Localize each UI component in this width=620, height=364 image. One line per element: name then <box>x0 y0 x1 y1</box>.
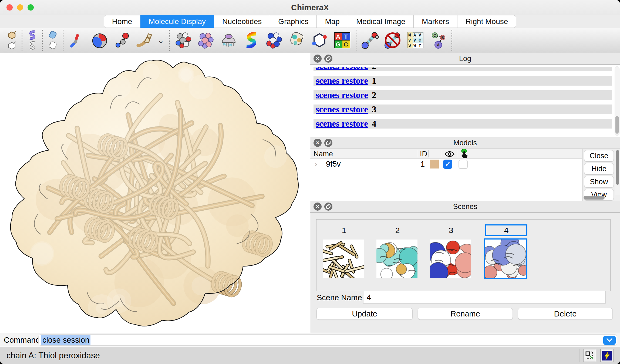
show-hbonds-icon[interactable] <box>361 32 379 49</box>
resize-graphics-button[interactable] <box>583 349 596 362</box>
tab-medical-image[interactable]: Medical Image <box>348 15 414 28</box>
scene-update-button[interactable]: Update <box>316 308 413 320</box>
tab-markers[interactable]: Markers <box>414 15 457 28</box>
color-rainbow-icon[interactable] <box>243 32 260 49</box>
scenes-panel-title: Scenes <box>310 203 620 211</box>
status-bar: chain A: Thiol peroxidase <box>0 347 620 364</box>
lightning-bolt-icon <box>602 350 612 361</box>
scenes-close-icon[interactable]: ✕ <box>314 203 322 211</box>
model-hide-button[interactable]: Hide <box>584 163 614 174</box>
svg-text:T: T <box>344 33 348 40</box>
model-show-button[interactable]: Show <box>584 176 614 187</box>
tab-right-mouse[interactable]: Right Mouse <box>457 15 516 28</box>
chevron-down-icon <box>606 338 612 342</box>
ball-and-stick-style-icon[interactable] <box>114 32 131 49</box>
color-hydrophobicity-icon[interactable] <box>288 32 305 49</box>
svg-text:C: C <box>433 33 436 38</box>
graphics-viewport[interactable] <box>0 53 310 333</box>
svg-text:A: A <box>336 33 340 40</box>
nucleotides-style-icon[interactable] <box>136 32 154 49</box>
log-entry: scenes restore2 <box>314 90 612 100</box>
log-command-link[interactable]: scenes restore <box>316 67 368 71</box>
command-label: Command: <box>4 336 42 345</box>
log-command-link[interactable]: scenes restore <box>316 119 368 129</box>
stick-style-icon[interactable] <box>68 32 86 49</box>
models-vertical-scrollbar[interactable] <box>615 150 620 195</box>
log-command-link[interactable]: scenes restore <box>316 90 368 100</box>
hide-cartoons-icon[interactable] <box>27 41 37 50</box>
log-entry: scenes restore1 <box>314 76 612 86</box>
color-heteroatom-icon[interactable] <box>175 32 192 49</box>
svg-text:C: C <box>419 38 421 43</box>
column-name: Name <box>314 150 333 158</box>
log-undock-icon[interactable] <box>324 55 332 63</box>
show-atoms-icon[interactable] <box>7 30 17 40</box>
tab-graphics[interactable]: Graphics <box>270 15 317 28</box>
minimize-window-icon[interactable] <box>17 4 23 11</box>
hide-atoms-icon[interactable] <box>7 41 17 50</box>
side-panels: ✕ Log scenes restore2 scenes restore1 sc… <box>310 53 620 333</box>
column-id: ID <box>420 150 427 158</box>
color-custom-icon[interactable] <box>311 32 328 49</box>
models-undock-icon[interactable] <box>324 139 332 147</box>
svg-text:V: V <box>419 33 421 38</box>
models-close-icon[interactable]: ✕ <box>314 139 322 147</box>
tab-molecule-display[interactable]: Molecule Display <box>140 15 214 28</box>
nucleotide-letters-icon[interactable]: ATGC <box>333 32 351 49</box>
models-panel: ✕ Models Name ID <box>310 137 620 201</box>
scene-thumbnail-1[interactable] <box>323 240 364 278</box>
log-close-icon[interactable]: ✕ <box>314 55 322 63</box>
color-by-chain-icon[interactable] <box>197 32 215 49</box>
log-command-link[interactable]: scenes restore <box>316 76 368 86</box>
contacts-icon[interactable]: CBA <box>429 32 447 49</box>
color-electrostatic-icon[interactable] <box>265 32 283 49</box>
scene-thumbnail-4[interactable] <box>485 240 526 278</box>
scenes-panel: ✕ Scenes 1 2 3 4 Scene Name: Update Rena… <box>310 201 620 333</box>
resize-selection-icon <box>585 351 594 360</box>
log-scrollbar[interactable] <box>615 66 619 136</box>
select-column-hand-icon <box>460 149 469 159</box>
scenes-undock-icon[interactable] <box>324 203 332 211</box>
sequence-viewer-icon[interactable]: MAVVVCSWY <box>407 32 424 49</box>
command-history-dropdown[interactable] <box>603 336 616 345</box>
show-surfaces-icon[interactable] <box>48 30 58 40</box>
zoom-window-icon[interactable] <box>28 4 34 11</box>
command-input[interactable]: close session <box>38 334 617 346</box>
tab-nucleotides[interactable]: Nucleotides <box>214 15 270 28</box>
tab-home[interactable]: Home <box>104 15 141 28</box>
expand-chevron-icon[interactable]: › <box>315 159 317 168</box>
molecule-display-toolbar: ⌄ ATGC MAVVVCSWY CBA <box>0 28 620 53</box>
scene-thumbnail-3[interactable] <box>430 240 471 278</box>
chimerax-window: ChimeraX Home Molecule Display Nucleotid… <box>0 0 620 364</box>
sphere-style-icon[interactable] <box>91 32 108 49</box>
scene-thumbnail-2[interactable] <box>376 240 417 278</box>
hide-surfaces-icon[interactable] <box>48 41 58 50</box>
tab-map[interactable]: Map <box>317 15 348 28</box>
window-controls <box>6 4 34 11</box>
hide-hbonds-icon[interactable] <box>384 32 401 49</box>
models-horizontal-scrollbar[interactable] <box>584 196 605 200</box>
model-row-9f5v[interactable]: › 9f5v 1 ✓ <box>310 159 582 170</box>
svg-text:S: S <box>408 43 411 48</box>
log-content: scenes restore2 scenes restore1 scenes r… <box>310 65 620 137</box>
close-window-icon[interactable] <box>6 4 13 11</box>
model-color-swatch[interactable] <box>430 160 439 168</box>
show-cartoons-icon[interactable] <box>27 30 37 40</box>
scene-rename-button[interactable]: Rename <box>418 308 513 320</box>
fast-mode-button[interactable] <box>600 349 614 362</box>
model-id: 1 <box>420 160 425 168</box>
svg-text:V: V <box>408 38 411 43</box>
nucleotides-dropdown-chevron-icon[interactable]: ⌄ <box>157 36 164 45</box>
model-close-button[interactable]: Close <box>584 150 614 161</box>
scene-name-input[interactable] <box>363 291 606 304</box>
window-title: ChimeraX <box>291 3 329 12</box>
models-panel-title: Models <box>310 139 620 147</box>
log-command-link[interactable]: scenes restore <box>316 105 368 114</box>
model-shown-checkbox[interactable]: ✓ <box>443 160 452 169</box>
scene-delete-button[interactable]: Delete <box>518 308 613 320</box>
model-selected-checkbox[interactable] <box>459 160 468 169</box>
log-entry: scenes restore3 <box>314 105 612 114</box>
svg-text:M: M <box>408 33 411 38</box>
title-bar: ChimeraX <box>0 0 620 15</box>
color-by-polymer-icon[interactable] <box>220 32 237 49</box>
